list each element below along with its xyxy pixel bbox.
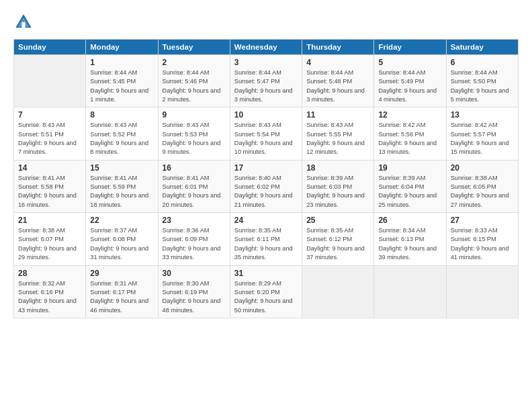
day-number: 30 bbox=[163, 269, 226, 278]
calendar-cell: 10Sunrise: 8:43 AMSunset: 5:54 PMDayligh… bbox=[230, 107, 302, 160]
col-header-saturday: Saturday bbox=[446, 40, 518, 55]
daylight-text: Daylight: 9 hours and 5 minutes. bbox=[451, 87, 514, 105]
calendar-week-2: 7Sunrise: 8:43 AMSunset: 5:51 PMDaylight… bbox=[14, 107, 519, 160]
day-number: 4 bbox=[306, 58, 369, 67]
sunrise-text: Sunrise: 8:43 AM bbox=[18, 121, 81, 130]
day-info: Sunrise: 8:30 AMSunset: 6:19 PMDaylight:… bbox=[163, 279, 226, 315]
calendar-cell: 19Sunrise: 8:39 AMSunset: 6:04 PMDayligh… bbox=[374, 160, 446, 212]
sunset-text: Sunset: 6:16 PM bbox=[18, 288, 81, 297]
sunrise-text: Sunrise: 8:39 AM bbox=[306, 174, 369, 183]
sunrise-text: Sunrise: 8:44 AM bbox=[306, 68, 369, 77]
daylight-text: Daylight: 9 hours and 4 minutes. bbox=[378, 87, 441, 105]
day-info: Sunrise: 8:44 AMSunset: 5:48 PMDaylight:… bbox=[306, 68, 369, 104]
daylight-text: Daylight: 9 hours and 16 minutes. bbox=[18, 191, 81, 210]
calendar-cell: 8Sunrise: 8:43 AMSunset: 5:52 PMDaylight… bbox=[86, 107, 158, 160]
day-number: 3 bbox=[234, 58, 298, 67]
sunrise-text: Sunrise: 8:43 AM bbox=[306, 121, 369, 130]
day-info: Sunrise: 8:35 AMSunset: 6:12 PMDaylight:… bbox=[306, 226, 369, 262]
sunrise-text: Sunrise: 8:38 AM bbox=[18, 226, 81, 235]
calendar-cell: 23Sunrise: 8:36 AMSunset: 6:09 PMDayligh… bbox=[158, 213, 230, 265]
day-info: Sunrise: 8:43 AMSunset: 5:53 PMDaylight:… bbox=[163, 121, 226, 156]
sunrise-text: Sunrise: 8:44 AM bbox=[451, 68, 514, 77]
calendar-cell: 12Sunrise: 8:42 AMSunset: 5:56 PMDayligh… bbox=[374, 107, 446, 160]
calendar-cell: 5Sunrise: 8:44 AMSunset: 5:49 PMDaylight… bbox=[374, 55, 446, 107]
sunrise-text: Sunrise: 8:44 AM bbox=[378, 68, 441, 77]
day-info: Sunrise: 8:31 AMSunset: 6:17 PMDaylight:… bbox=[90, 279, 153, 315]
col-header-wednesday: Wednesday bbox=[230, 40, 302, 55]
calendar-cell: 13Sunrise: 8:42 AMSunset: 5:57 PMDayligh… bbox=[446, 107, 518, 160]
header bbox=[13, 12, 519, 32]
sunrise-text: Sunrise: 8:35 AM bbox=[234, 226, 298, 235]
day-number: 31 bbox=[234, 269, 298, 278]
calendar-cell: 31Sunrise: 8:29 AMSunset: 6:20 PMDayligh… bbox=[230, 265, 302, 318]
calendar-week-1: 1Sunrise: 8:44 AMSunset: 5:45 PMDaylight… bbox=[14, 55, 519, 107]
day-info: Sunrise: 8:44 AMSunset: 5:49 PMDaylight:… bbox=[378, 68, 441, 104]
daylight-text: Daylight: 9 hours and 20 minutes. bbox=[163, 191, 226, 210]
daylight-text: Daylight: 9 hours and 10 minutes. bbox=[234, 139, 298, 157]
day-number: 28 bbox=[18, 269, 81, 278]
day-number: 20 bbox=[451, 163, 514, 173]
day-info: Sunrise: 8:39 AMSunset: 6:03 PMDaylight:… bbox=[306, 174, 369, 210]
sunset-text: Sunset: 6:03 PM bbox=[306, 183, 369, 191]
day-number: 23 bbox=[163, 216, 226, 225]
sunset-text: Sunset: 6:01 PM bbox=[163, 183, 226, 191]
day-info: Sunrise: 8:38 AMSunset: 6:05 PMDaylight:… bbox=[451, 174, 514, 210]
sunset-text: Sunset: 6:04 PM bbox=[378, 183, 441, 191]
sunset-text: Sunset: 5:48 PM bbox=[306, 77, 369, 86]
calendar-cell: 27Sunrise: 8:33 AMSunset: 6:15 PMDayligh… bbox=[446, 213, 518, 265]
sunrise-text: Sunrise: 8:41 AM bbox=[163, 174, 226, 183]
daylight-text: Daylight: 9 hours and 48 minutes. bbox=[163, 297, 226, 315]
daylight-text: Daylight: 9 hours and 1 minute. bbox=[90, 87, 153, 105]
sunset-text: Sunset: 6:17 PM bbox=[90, 288, 153, 297]
sunrise-text: Sunrise: 8:42 AM bbox=[378, 121, 441, 130]
calendar-cell: 30Sunrise: 8:30 AMSunset: 6:19 PMDayligh… bbox=[158, 265, 230, 318]
calendar-cell bbox=[446, 265, 518, 318]
sunrise-text: Sunrise: 8:44 AM bbox=[90, 68, 153, 77]
day-number: 6 bbox=[451, 58, 514, 67]
calendar-cell: 2Sunrise: 8:44 AMSunset: 5:46 PMDaylight… bbox=[158, 55, 230, 107]
sunset-text: Sunset: 5:47 PM bbox=[234, 77, 298, 86]
day-number: 22 bbox=[90, 216, 153, 225]
daylight-text: Daylight: 9 hours and 37 minutes. bbox=[306, 244, 369, 263]
daylight-text: Daylight: 9 hours and 7 minutes. bbox=[18, 139, 81, 157]
daylight-text: Daylight: 9 hours and 3 minutes. bbox=[234, 87, 298, 105]
day-info: Sunrise: 8:43 AMSunset: 5:51 PMDaylight:… bbox=[18, 121, 81, 156]
day-number: 5 bbox=[378, 58, 441, 67]
sunset-text: Sunset: 5:57 PM bbox=[451, 130, 514, 139]
calendar-cell: 28Sunrise: 8:32 AMSunset: 6:16 PMDayligh… bbox=[14, 265, 86, 318]
day-number: 14 bbox=[18, 163, 81, 173]
day-number: 11 bbox=[306, 110, 369, 120]
day-number: 21 bbox=[18, 216, 81, 225]
day-number: 24 bbox=[234, 216, 298, 225]
daylight-text: Daylight: 9 hours and 33 minutes. bbox=[163, 244, 226, 263]
sunset-text: Sunset: 5:52 PM bbox=[90, 130, 153, 139]
sunset-text: Sunset: 5:46 PM bbox=[163, 77, 226, 86]
day-number: 15 bbox=[90, 163, 153, 173]
day-info: Sunrise: 8:37 AMSunset: 6:08 PMDaylight:… bbox=[90, 226, 153, 262]
day-info: Sunrise: 8:36 AMSunset: 6:09 PMDaylight:… bbox=[163, 226, 226, 262]
day-info: Sunrise: 8:43 AMSunset: 5:52 PMDaylight:… bbox=[90, 121, 153, 156]
col-header-thursday: Thursday bbox=[302, 40, 374, 55]
sunrise-text: Sunrise: 8:42 AM bbox=[451, 121, 514, 130]
sunrise-text: Sunrise: 8:36 AM bbox=[163, 226, 226, 235]
sunset-text: Sunset: 5:45 PM bbox=[90, 77, 153, 86]
daylight-text: Daylight: 9 hours and 41 minutes. bbox=[451, 244, 514, 263]
calendar-cell: 7Sunrise: 8:43 AMSunset: 5:51 PMDaylight… bbox=[14, 107, 86, 160]
day-info: Sunrise: 8:44 AMSunset: 5:45 PMDaylight:… bbox=[90, 68, 153, 104]
day-info: Sunrise: 8:42 AMSunset: 5:57 PMDaylight:… bbox=[451, 121, 514, 156]
day-number: 16 bbox=[163, 163, 226, 173]
sunrise-text: Sunrise: 8:43 AM bbox=[234, 121, 298, 130]
day-number: 26 bbox=[378, 216, 441, 225]
sunset-text: Sunset: 5:55 PM bbox=[306, 130, 369, 139]
sunset-text: Sunset: 6:15 PM bbox=[451, 235, 514, 244]
sunrise-text: Sunrise: 8:43 AM bbox=[163, 121, 226, 130]
sunrise-text: Sunrise: 8:41 AM bbox=[18, 174, 81, 183]
day-number: 9 bbox=[163, 110, 226, 120]
daylight-text: Daylight: 9 hours and 43 minutes. bbox=[18, 297, 81, 315]
day-number: 25 bbox=[306, 216, 369, 225]
daylight-text: Daylight: 9 hours and 13 minutes. bbox=[378, 139, 441, 157]
daylight-text: Daylight: 9 hours and 25 minutes. bbox=[378, 191, 441, 210]
sunrise-text: Sunrise: 8:31 AM bbox=[90, 279, 153, 288]
calendar-cell: 18Sunrise: 8:39 AMSunset: 6:03 PMDayligh… bbox=[302, 160, 374, 212]
daylight-text: Daylight: 9 hours and 39 minutes. bbox=[378, 244, 441, 263]
